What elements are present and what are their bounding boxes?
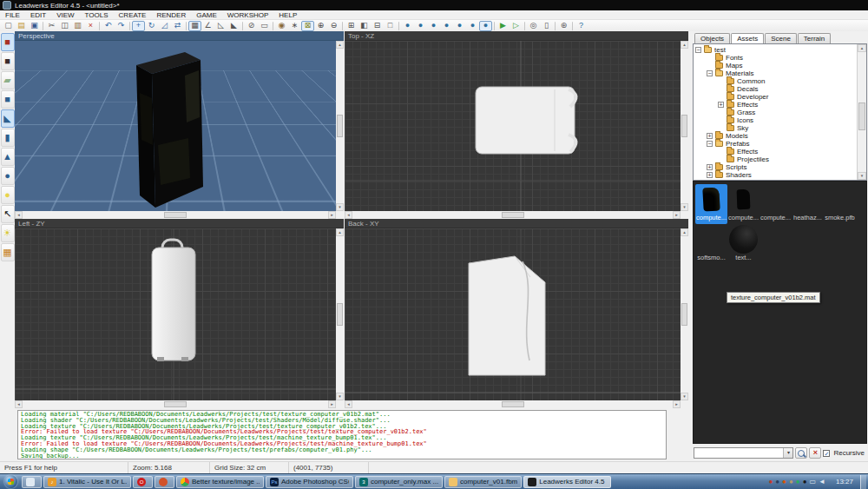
- menu-item[interactable]: RENDER: [151, 11, 191, 19]
- menu-item[interactable]: FILE: [0, 11, 25, 19]
- taskbar-clock[interactable]: 13:27: [831, 478, 858, 486]
- move-tool-icon[interactable]: +: [132, 21, 145, 31]
- toolbar-icon[interactable]: [99, 22, 100, 30]
- scroll-down-button[interactable]: [858, 172, 866, 180]
- start-button[interactable]: [4, 475, 17, 488]
- crate-model-icon[interactable]: ▦: [1, 243, 15, 261]
- expander-icon[interactable]: [718, 102, 724, 108]
- expander-icon[interactable]: [707, 70, 713, 76]
- horizontal-scrollbar[interactable]: [15, 400, 336, 408]
- menu-item[interactable]: EDIT: [25, 11, 51, 19]
- display-icon[interactable]: ▭: [809, 479, 816, 486]
- volume-icon[interactable]: ◄: [819, 479, 825, 486]
- scroll-thumb[interactable]: [337, 303, 343, 326]
- console-log[interactable]: Loading material "C:/Users/REDBABOON/Doc…: [17, 410, 667, 459]
- taskbar-3dsmax-button[interactable]: 3 computer_only.max ...: [355, 476, 443, 488]
- view-bottom-icon[interactable]: ●: [479, 21, 492, 31]
- scroll-right-button[interactable]: [328, 211, 336, 219]
- scroll-right-button[interactable]: [673, 400, 681, 408]
- toolbar-icon[interactable]: [524, 22, 525, 30]
- tree-item[interactable]: Materials: [694, 69, 856, 77]
- rotate-tool-icon[interactable]: ↻: [145, 21, 158, 31]
- horizontal-scrollbar[interactable]: [345, 211, 681, 219]
- scroll-down-button[interactable]: [336, 203, 344, 211]
- menu-item[interactable]: HELP: [273, 11, 302, 19]
- toolbar-icon[interactable]: [129, 22, 130, 30]
- vertical-scrollbar[interactable]: [681, 228, 688, 400]
- menu-item[interactable]: VIEW: [51, 11, 79, 19]
- menu-item[interactable]: WORKSHOP: [222, 11, 274, 19]
- run-game-icon[interactable]: ▶: [496, 21, 510, 31]
- scroll-right-button[interactable]: [673, 211, 681, 219]
- new-file-icon[interactable]: ▢: [2, 21, 15, 31]
- scroll-track[interactable]: [352, 211, 673, 219]
- layout-single-icon[interactable]: □: [384, 21, 397, 31]
- angle-snap-3-icon[interactable]: ◣: [227, 21, 240, 31]
- open-folder-icon[interactable]: ▤: [15, 21, 28, 31]
- layout-split-left-icon[interactable]: ◧: [358, 21, 371, 31]
- scroll-thumb[interactable]: [681, 303, 687, 326]
- layout-quad-icon[interactable]: ⊞: [345, 21, 358, 31]
- taskbar-chrome-button[interactable]: Better texture/image ...: [176, 476, 264, 488]
- menu-item[interactable]: CREATE: [114, 11, 152, 19]
- copy-icon[interactable]: ◫: [58, 21, 71, 31]
- scroll-up-button[interactable]: [681, 41, 688, 49]
- scroll-down-button[interactable]: [336, 393, 344, 400]
- tree-item[interactable]: Grass: [694, 109, 856, 116]
- scroll-up-button[interactable]: [336, 41, 344, 49]
- view-perspective-icon[interactable]: ●: [401, 21, 414, 31]
- tab-scene[interactable]: Scene: [765, 33, 797, 43]
- cone-primitive-icon[interactable]: ▲: [1, 148, 15, 166]
- scroll-thumb[interactable]: [502, 401, 524, 407]
- toolbar-icon[interactable]: [273, 22, 273, 30]
- scroll-left-button[interactable]: [15, 211, 23, 219]
- scroll-right-button[interactable]: [328, 400, 336, 408]
- asset-tree[interactable]: test Fonts Maps Materials Common Decals …: [693, 43, 867, 181]
- options-gear-icon[interactable]: ⊛: [557, 21, 570, 31]
- tree-item[interactable]: Decals: [694, 85, 856, 93]
- view-front-icon[interactable]: ●: [427, 21, 440, 31]
- help-icon[interactable]: ?: [575, 21, 588, 31]
- tab-terrain[interactable]: Terrain: [798, 33, 831, 43]
- window-mode-icon[interactable]: ▯: [540, 21, 553, 31]
- zoom-in-icon[interactable]: ⊕: [314, 21, 327, 31]
- scroll-thumb[interactable]: [858, 102, 865, 130]
- paste-icon[interactable]: ▥: [71, 21, 84, 31]
- asset-item[interactable]: softsmo...: [695, 224, 727, 264]
- toolbar-icon[interactable]: [494, 22, 495, 30]
- vertical-scrollbar[interactable]: [336, 228, 344, 400]
- taskbar-quicklaunch-button[interactable]: [22, 476, 42, 488]
- scroll-up-button[interactable]: [336, 228, 344, 236]
- toolbar-icon[interactable]: [342, 22, 343, 30]
- taskbar-media-button[interactable]: [155, 476, 174, 488]
- scroll-up-button[interactable]: [681, 228, 688, 236]
- sun-light-icon[interactable]: ☀: [1, 224, 15, 242]
- scroll-track[interactable]: [336, 49, 344, 203]
- toolbar-icon[interactable]: [43, 22, 43, 30]
- recursive-checkbox[interactable]: [823, 450, 830, 457]
- tray-orange-icon[interactable]: ●: [782, 479, 786, 486]
- scroll-thumb[interactable]: [681, 115, 687, 137]
- tree-item[interactable]: Developer: [694, 93, 856, 101]
- asset-item[interactable]: compute...: [695, 184, 727, 224]
- view-back-icon[interactable]: ●: [440, 21, 453, 31]
- vertical-scrollbar[interactable]: [336, 41, 344, 211]
- scroll-track[interactable]: [858, 52, 866, 172]
- toolbar-icon[interactable]: [572, 22, 573, 30]
- scroll-left-button[interactable]: [345, 400, 352, 408]
- search-input[interactable]: ▾: [694, 447, 793, 459]
- vertical-scrollbar[interactable]: [681, 41, 688, 211]
- scroll-thumb[interactable]: [502, 212, 524, 218]
- terrain-icon[interactable]: ▰: [1, 71, 15, 89]
- asset-item[interactable]: heathaz...: [792, 184, 824, 224]
- delete-icon[interactable]: ×: [84, 21, 97, 31]
- scroll-track[interactable]: [681, 49, 688, 203]
- scroll-thumb[interactable]: [337, 115, 343, 137]
- carve-icon[interactable]: ⊘: [245, 21, 258, 31]
- tray-tan-icon[interactable]: ●: [789, 479, 793, 486]
- expander-icon[interactable]: [707, 141, 713, 147]
- scroll-track[interactable]: [336, 236, 344, 393]
- expander-icon[interactable]: [707, 172, 713, 178]
- scroll-left-button[interactable]: [15, 400, 23, 408]
- asset-item[interactable]: smoke.pfb: [824, 184, 856, 224]
